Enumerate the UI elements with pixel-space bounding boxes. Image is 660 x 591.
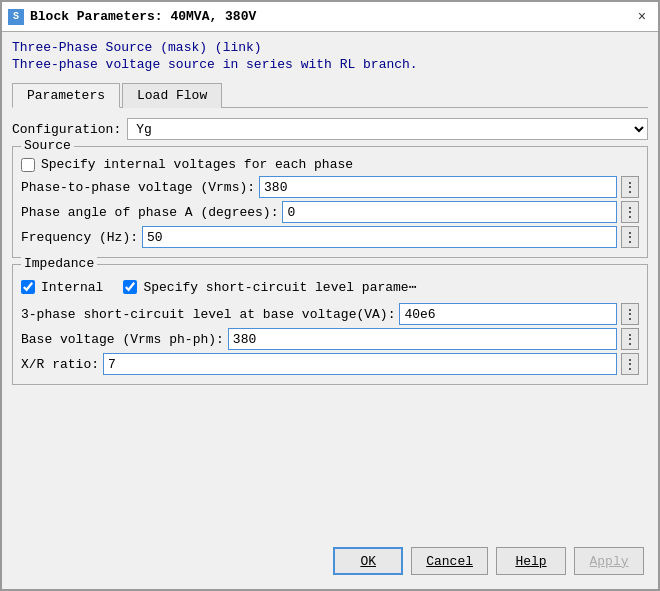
specify-voltage-row: Specify internal voltages for each phase — [21, 157, 639, 172]
description-line2: Three-phase voltage source in series wit… — [12, 57, 648, 72]
specify-voltage-label: Specify internal voltages for each phase — [41, 157, 353, 172]
source-section-label: Source — [21, 138, 74, 153]
frequency-input[interactable] — [142, 226, 617, 248]
window-icon: S — [8, 9, 24, 25]
tab-bar: Parameters Load Flow — [12, 82, 648, 108]
phase-angle-menu[interactable]: ⋮ — [621, 201, 639, 223]
impedance-section-label: Impedance — [21, 256, 97, 271]
base-voltage-label: Base voltage (Vrms ph-ph): — [21, 332, 224, 347]
title-bar: S Block Parameters: 40MVA, 380V × — [2, 2, 658, 32]
help-button[interactable]: Help — [496, 547, 566, 575]
specify-sc-checkbox[interactable] — [123, 280, 137, 294]
specify-sc-label: Specify short-circuit level parame⋯ — [143, 279, 416, 295]
phase-angle-label: Phase angle of phase A (degrees): — [21, 205, 278, 220]
ok-button[interactable]: OK — [333, 547, 403, 575]
config-label: Configuration: — [12, 122, 121, 137]
base-voltage-menu[interactable]: ⋮ — [621, 328, 639, 350]
xr-ratio-input[interactable] — [103, 353, 617, 375]
tab-parameters[interactable]: Parameters — [12, 83, 120, 108]
phase-voltage-menu[interactable]: ⋮ — [621, 176, 639, 198]
phase-voltage-row: Phase-to-phase voltage (Vrms): ⋮ — [21, 176, 639, 198]
specify-sc-checkbox-row: Specify short-circuit level parame⋯ — [123, 279, 416, 295]
xr-ratio-row: X/R ratio: ⋮ — [21, 353, 639, 375]
source-section: Source Specify internal voltages for eac… — [12, 146, 648, 258]
window-title: Block Parameters: 40MVA, 380V — [30, 9, 256, 24]
tab-load-flow[interactable]: Load Flow — [122, 83, 222, 108]
cancel-button[interactable]: Cancel — [411, 547, 488, 575]
impedance-section: Impedance Internal Specify short-circuit… — [12, 264, 648, 385]
apply-button[interactable]: Apply — [574, 547, 644, 575]
phase-voltage-label: Phase-to-phase voltage (Vrms): — [21, 180, 255, 195]
internal-label: Internal — [41, 280, 103, 295]
xr-ratio-menu[interactable]: ⋮ — [621, 353, 639, 375]
xr-ratio-label: X/R ratio: — [21, 357, 99, 372]
base-voltage-input[interactable] — [228, 328, 617, 350]
config-row: Configuration: Yg Y Delta — [12, 118, 648, 140]
close-button[interactable]: × — [632, 7, 652, 27]
frequency-label: Frequency (Hz): — [21, 230, 138, 245]
phase-angle-row: Phase angle of phase A (degrees): ⋮ — [21, 201, 639, 223]
internal-checkbox-row: Internal — [21, 280, 103, 295]
internal-checkbox[interactable] — [21, 280, 35, 294]
base-voltage-row: Base voltage (Vrms ph-ph): ⋮ — [21, 328, 639, 350]
sc-level-row: 3-phase short-circuit level at base volt… — [21, 303, 639, 325]
frequency-row: Frequency (Hz): ⋮ — [21, 226, 639, 248]
description-line1: Three-Phase Source (mask) (link) — [12, 40, 648, 55]
button-row: OK Cancel Help Apply — [12, 539, 648, 581]
phase-angle-input[interactable] — [282, 201, 617, 223]
phase-voltage-input[interactable] — [259, 176, 617, 198]
impedance-checks-row: Internal Specify short-circuit level par… — [21, 275, 639, 299]
frequency-menu[interactable]: ⋮ — [621, 226, 639, 248]
sc-level-label: 3-phase short-circuit level at base volt… — [21, 307, 395, 322]
sc-level-input[interactable] — [399, 303, 617, 325]
sc-level-menu[interactable]: ⋮ — [621, 303, 639, 325]
content-area: Three-Phase Source (mask) (link) Three-p… — [2, 32, 658, 589]
config-select[interactable]: Yg Y Delta — [127, 118, 648, 140]
specify-voltage-checkbox[interactable] — [21, 158, 35, 172]
main-window: S Block Parameters: 40MVA, 380V × Three-… — [0, 0, 660, 591]
